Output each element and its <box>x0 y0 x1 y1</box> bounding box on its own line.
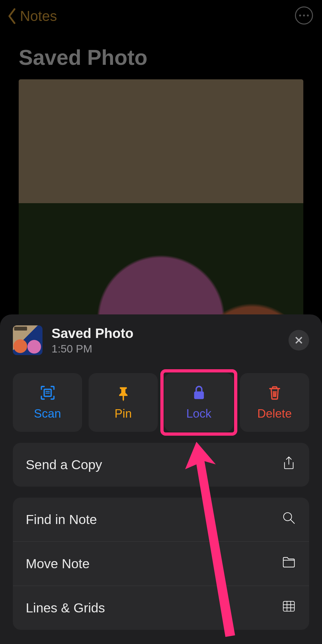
pin-label: Pin <box>115 407 132 421</box>
action-sheet: Saved Photo 1:50 PM Scan Pin <box>0 314 322 644</box>
find-label: Find in Note <box>26 512 97 527</box>
note-title: Saved Photo <box>0 32 322 79</box>
scan-button[interactable]: Scan <box>13 373 82 432</box>
nav-bar: Notes <box>0 0 322 32</box>
ellipsis-icon <box>299 15 309 16</box>
scan-label: Scan <box>34 407 61 421</box>
svg-rect-12 <box>283 601 295 611</box>
lines-grids-label: Lines & Grids <box>26 600 105 616</box>
svg-line-8 <box>276 391 276 397</box>
close-icon <box>294 336 303 345</box>
svg-line-10 <box>291 520 295 524</box>
share-icon <box>281 456 296 474</box>
send-copy-label: Send a Copy <box>26 457 102 472</box>
list-group-2: Find in Note Move Note Lines & Grids <box>13 498 309 630</box>
lines-grids-row[interactable]: Lines & Grids <box>13 586 309 630</box>
folder-icon <box>281 555 296 573</box>
sheet-title: Saved Photo <box>52 326 279 341</box>
chevron-left-icon <box>6 7 17 25</box>
find-in-note-row[interactable]: Find in Note <box>13 498 309 541</box>
grid-icon <box>281 599 296 617</box>
lock-button[interactable]: Lock <box>164 373 233 432</box>
pin-button[interactable]: Pin <box>89 373 158 432</box>
annotation-highlight <box>160 369 237 436</box>
move-note-row[interactable]: Move Note <box>13 541 309 586</box>
svg-line-6 <box>273 391 273 397</box>
note-thumbnail <box>13 325 43 355</box>
delete-button[interactable]: Delete <box>240 373 309 432</box>
lock-label: Lock <box>186 407 211 421</box>
trash-icon <box>266 384 283 401</box>
quick-actions: Scan Pin Lock Delete <box>0 364 322 443</box>
delete-label: Delete <box>257 407 292 421</box>
search-icon <box>281 510 296 529</box>
send-copy-row[interactable]: Send a Copy <box>13 443 309 487</box>
sheet-header: Saved Photo 1:50 PM <box>0 314 322 364</box>
back-label: Notes <box>20 8 57 24</box>
sheet-title-block: Saved Photo 1:50 PM <box>52 326 279 355</box>
more-button[interactable] <box>295 6 313 25</box>
back-button[interactable]: Notes <box>6 7 57 25</box>
close-button[interactable] <box>289 330 309 351</box>
lock-icon <box>191 384 207 401</box>
svg-rect-5 <box>194 391 204 399</box>
list-group-1: Send a Copy <box>13 443 309 487</box>
scan-icon <box>39 384 56 401</box>
move-label: Move Note <box>26 556 90 571</box>
pin-icon <box>115 384 132 401</box>
sheet-subtitle: 1:50 PM <box>52 342 279 355</box>
svg-point-9 <box>284 513 292 521</box>
